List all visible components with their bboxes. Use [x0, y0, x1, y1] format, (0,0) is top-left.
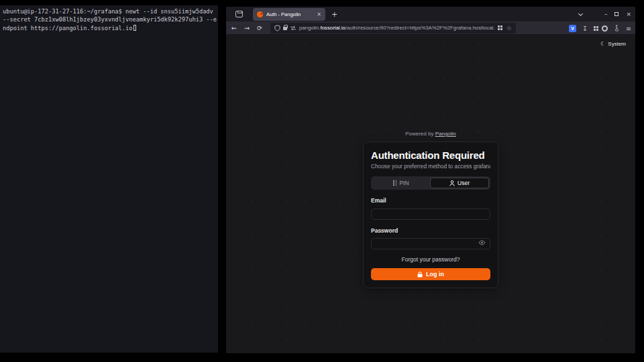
- browser-window: Auth - Pangolin × + – × ← → ⟳ pangolin.f…: [226, 7, 635, 353]
- reload-button[interactable]: ⟳: [257, 24, 262, 32]
- adblock-circle-icon[interactable]: [602, 25, 608, 32]
- auth-panel: Powered by Pangolin Authentication Requi…: [363, 131, 498, 288]
- card-title: Authentication Required: [371, 149, 490, 161]
- login-lock-icon: [417, 272, 423, 278]
- show-password-eye-icon[interactable]: [478, 240, 486, 245]
- tab-list-chevron-icon[interactable]: [578, 11, 583, 15]
- forward-button[interactable]: →: [244, 24, 250, 32]
- page-content: ☾ System Powered by Pangolin Authenticat…: [226, 36, 635, 353]
- browser-tab-auth-pangolin[interactable]: Auth - Pangolin ×: [253, 8, 325, 21]
- email-field[interactable]: [371, 208, 490, 220]
- login-button[interactable]: Log in: [371, 268, 490, 280]
- terminal-line: ndpoint https://pangolin.fossorial.io: [3, 24, 215, 32]
- keypad-icon: [393, 180, 396, 186]
- tab-user[interactable]: User: [430, 178, 489, 188]
- pangolin-link[interactable]: Pangolin: [435, 131, 456, 137]
- theme-toggle-label: System: [608, 41, 626, 47]
- terminal-line: ubuntu@ip-172-31-27-116:~/grafana$ newt …: [3, 7, 215, 15]
- terminal-line: --secret 7cbz1xw08lh1jbzey03yxvndljvneam…: [3, 15, 215, 23]
- method-tabs: PIN User: [371, 176, 490, 190]
- extension-grid-icon[interactable]: [594, 26, 596, 28]
- powered-by: Powered by Pangolin: [363, 131, 498, 137]
- url-bar[interactable]: pangolin.fossorial.io/auth/resource/90?r…: [270, 23, 516, 34]
- menu-icon[interactable]: ≡: [626, 25, 631, 32]
- back-button[interactable]: ←: [231, 24, 237, 32]
- tab-pin[interactable]: PIN: [372, 178, 430, 188]
- window-controls: – ×: [579, 7, 631, 21]
- forgot-password-link[interactable]: Forgot your password?: [371, 256, 490, 263]
- extension-icons: V ↧ ≡: [569, 21, 631, 35]
- maximize-button[interactable]: [614, 12, 619, 16]
- auth-card: Authentication Required Choose your pref…: [363, 141, 498, 288]
- tab-user-label: User: [458, 180, 470, 186]
- firefox-view-icon[interactable]: [235, 11, 243, 17]
- moon-icon: ☾: [600, 41, 605, 47]
- download-icon[interactable]: ↧: [582, 25, 588, 32]
- terminal-output: ubuntu@ip-172-31-27-116:~/grafana$ newt …: [0, 5, 218, 34]
- password-field[interactable]: [371, 238, 490, 249]
- pangolin-favicon-icon: [257, 11, 263, 17]
- tab-bar: Auth - Pangolin × + – ×: [226, 7, 635, 21]
- vimium-extension-icon[interactable]: V: [569, 25, 576, 32]
- switch-arrows-icon[interactable]: [290, 25, 297, 31]
- terminal-cursor: [133, 25, 137, 31]
- close-window-button[interactable]: ×: [626, 11, 631, 17]
- tracking-shield-icon[interactable]: [274, 25, 280, 32]
- card-subtitle: Choose your preferred method to access g…: [371, 163, 490, 170]
- password-label: Password: [371, 227, 490, 234]
- minimize-button[interactable]: –: [604, 11, 608, 17]
- email-label: Email: [371, 197, 490, 204]
- tab-close-icon[interactable]: ×: [317, 11, 321, 17]
- containers-grid-icon[interactable]: [498, 25, 500, 27]
- person-icon: [449, 180, 455, 186]
- bookmark-star-icon[interactable]: ☆: [506, 25, 512, 32]
- theme-toggle[interactable]: ☾ System: [600, 41, 626, 47]
- terminal-window[interactable]: ubuntu@ip-172-31-27-116:~/grafana$ newt …: [0, 5, 218, 353]
- login-button-label: Log in: [426, 271, 444, 278]
- tab-title: Auth - Pangolin: [266, 11, 313, 17]
- tab-pin-label: PIN: [399, 180, 409, 186]
- url-text: pangolin.fossorial.io/auth/resource/90?r…: [299, 25, 495, 31]
- browser-toolbar: ← → ⟳ pangolin.fossorial.io/auth/resourc…: [226, 21, 635, 35]
- new-tab-button[interactable]: +: [331, 10, 337, 19]
- flask-icon[interactable]: [614, 25, 620, 32]
- lock-icon[interactable]: [283, 27, 287, 30]
